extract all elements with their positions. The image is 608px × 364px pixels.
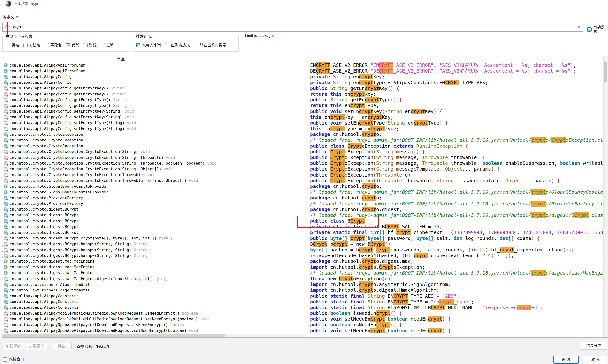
checkbox-icon[interactable] xyxy=(101,43,105,48)
result-row[interactable]: mcom.alipay.api.AlipayConfig.setEncryptK… xyxy=(2,108,306,114)
code-line[interactable]: public class BCrypt { xyxy=(307,218,604,224)
result-row[interactable]: Icn.hutool.crypto.digest.mac.MacEngine xyxy=(2,270,306,276)
checkbox-icon[interactable] xyxy=(194,43,198,48)
checkbox-icon[interactable] xyxy=(66,43,70,48)
checkbox-icon[interactable] xyxy=(165,43,169,48)
code-line[interactable]: throw new CryptoException(e); xyxy=(307,276,604,282)
result-row[interactable]: mcom.alipay.api.AlipayConfig.setEncryptT… xyxy=(2,120,306,126)
checkbox-icon[interactable] xyxy=(83,43,88,48)
package-limit-input[interactable] xyxy=(244,41,346,48)
vertical-scrollbar-thumb[interactable] xyxy=(604,63,607,82)
search-in-checkbox[interactable]: 资源 xyxy=(83,43,97,48)
checkbox-icon[interactable] xyxy=(23,43,28,48)
results-list[interactable]: Ecom.alipay.api.AlipayApiErrorEnumEcom.a… xyxy=(2,62,306,334)
result-row[interactable]: mcom.alipay.api.AlipayConfig.setEncryptT… xyxy=(2,126,306,131)
code-line[interactable]: return this.encryptKey; xyxy=(307,91,604,97)
result-row[interactable]: mcom.alipay.api.AlipayConfig.getEncryptT… xyxy=(2,97,306,103)
code-line[interactable]: package cn.hutool.crypto.digest; xyxy=(307,207,604,212)
result-row[interactable]: mcn.hutool.crypto.digest.BCrypt.hashpw(S… xyxy=(2,253,306,258)
cancel-button[interactable]: 取消 xyxy=(583,356,607,364)
checkbox-icon[interactable] xyxy=(6,43,10,48)
code-line[interactable]: /* loaded from: ruoyi-admin.jar:BOOT-INF… xyxy=(307,270,604,276)
close-icon[interactable]: × xyxy=(0,0,15,8)
result-row[interactable]: mcn.hutool.crypto.digest.BCrypt.hashpw(S… xyxy=(2,241,306,247)
result-row[interactable]: mcn.hutool.crypto.CryptoException.Crypto… xyxy=(2,166,306,172)
result-row[interactable]: mcom.alipay.api.AlipayConfig.getEncryptK… xyxy=(2,85,306,91)
search-in-checkbox[interactable]: 代码 xyxy=(66,43,79,48)
code-line[interactable]: DECRYPT_ASE_V2_ERROR("DECRYPT_ASE_V2_ERR… xyxy=(307,68,604,74)
auto-search-checkbox[interactable]: 自动搜索 xyxy=(587,25,608,35)
result-row[interactable]: Icn.hutool.crypto.digest.mac.MacEngine xyxy=(2,264,306,270)
result-row[interactable]: Ccn.hutool.crypto.digest.BCrypt xyxy=(2,224,306,230)
search-in-checkbox[interactable]: 方法名 xyxy=(23,43,40,48)
vertical-scrollbar[interactable] xyxy=(604,56,608,337)
horizontal-scrollbar[interactable] xyxy=(2,334,306,338)
result-row[interactable]: mcom.alipay.api.AlipayOpenAppAlipaycertD… xyxy=(2,322,306,327)
results-header[interactable]: 节点 xyxy=(2,56,604,63)
code-line[interactable]: rs.append(encode_base64(hashed, (bf_cryp… xyxy=(307,253,604,258)
code-line[interactable]: BCrypt bcrypt = new BCrypt(); xyxy=(307,241,604,247)
result-row[interactable]: Ecom.alipay.api.AlipayApiErrorEnum xyxy=(2,68,306,74)
keep-window-checkbox[interactable]: 保持窗口 xyxy=(3,357,24,362)
checkbox-icon[interactable] xyxy=(136,43,141,48)
result-row[interactable]: Ccn.hutool.crypto.digest.BCrypt xyxy=(2,218,306,224)
result-row[interactable]: Ccom.alipay.api.AlipayConstants xyxy=(2,293,306,299)
search-in-checkbox[interactable]: 字段名 xyxy=(45,43,62,48)
search-in-checkbox[interactable]: 注释 xyxy=(101,43,114,48)
clear-search-icon[interactable]: × xyxy=(578,24,580,30)
code-line[interactable]: public CryptoException(String messageTem… xyxy=(307,166,604,172)
result-row[interactable]: Ccom.alipay.api.AlipayConstants xyxy=(2,299,306,305)
result-row[interactable]: mcn.hutool.crypto.CryptoException.Crypto… xyxy=(2,149,306,155)
code-line[interactable]: package cn.hutool.crypto.digest.mac; xyxy=(307,258,604,264)
code-line[interactable]: private String encryptType = AlipayConst… xyxy=(307,80,604,85)
sort-results-button[interactable]: 结果分类 xyxy=(580,342,607,350)
search-box[interactable]: × xyxy=(2,23,583,32)
result-row[interactable]: mcom.alipay.api.AlipayOpenAppAlipaycertD… xyxy=(2,328,306,334)
result-row[interactable]: Ccn.hutool.jwt.signers.AlgorithmUtil xyxy=(2,287,306,293)
result-row[interactable]: mcn.hutool.crypto.CryptoException.Crypto… xyxy=(2,178,306,183)
result-row[interactable]: Ccom.alipay.api.AlipayConfig xyxy=(2,74,306,79)
result-row[interactable]: mcn.hutool.crypto.digest.mac.MacEngine.d… xyxy=(2,276,306,282)
load-more-button[interactable]: 加载更多 xyxy=(26,342,47,350)
result-row[interactable]: Ecn.hutool.crypto.GlobalBouncyCastleProv… xyxy=(2,183,306,189)
code-line[interactable]: public static final String ENCRYPT_TYPE … xyxy=(307,299,604,305)
code-preview[interactable]: ENCRYPT_ASE_V2_ERROR("ENCRYPT_ASE_V2_ERR… xyxy=(307,62,604,337)
code-line[interactable]: /* loaded from: ruoyi-admin.jar:BOOT-INF… xyxy=(307,212,604,218)
code-line[interactable]: public boolean isNeedEncrypt() { xyxy=(307,322,604,327)
code-line[interactable]: public void setNeedEncrypt(boolean needE… xyxy=(307,328,604,334)
result-row[interactable]: Ccn.hutool.crypto.CryptoException xyxy=(2,143,306,149)
checkbox-icon[interactable] xyxy=(3,357,7,362)
result-row[interactable]: mcn.hutool.crypto.digest.BCrypt.crypt(by… xyxy=(2,235,306,241)
node-column-header[interactable]: 节点 xyxy=(117,57,125,62)
result-row[interactable]: mcom.alipay.api.AlipayConfig.getEncryptK… xyxy=(2,91,306,97)
search-option-checkbox[interactable]: 正则表达式 xyxy=(165,43,190,48)
checkbox-icon[interactable] xyxy=(587,27,592,32)
result-row[interactable]: mcom.alipay.api.AlipayConfig.setEncryptK… xyxy=(2,114,306,120)
stop-button[interactable]: 停止 xyxy=(52,342,72,350)
result-row[interactable]: Ccn.hutool.crypto.ProviderFactory xyxy=(2,201,306,207)
code-line[interactable]: package cn.hutool.crypto; xyxy=(307,131,604,137)
code-line[interactable]: import cn.hutool.crypto.digest.HmacAlgor… xyxy=(307,287,604,293)
result-row[interactable]: Ccn.hutool.crypto.digest.BCrypt xyxy=(2,207,306,212)
result-row[interactable]: mcn.hutool.crypto.digest.BCrypt.hashpw(S… xyxy=(2,247,306,253)
code-line[interactable]: import cn.hutool.crypto.asymmetric.SignA… xyxy=(307,282,604,287)
code-line[interactable]: public String getEncryptType() { xyxy=(307,97,604,103)
code-line[interactable]: public CryptoException(String message, T… xyxy=(307,160,604,166)
horizontal-scrollbar-thumb[interactable] xyxy=(2,334,225,337)
code-line[interactable]: /* loaded from: ruoyi-admin.jar:BOOT-INF… xyxy=(307,189,604,195)
result-row[interactable]: Ccom.alipay.api.AlipayConfig xyxy=(2,80,306,85)
result-row[interactable]: Ecn.hutool.crypto.GlobalBouncyCastleProv… xyxy=(2,189,306,195)
code-line[interactable]: public byte[] crypt(byte[] password, byt… xyxy=(307,235,604,241)
code-line[interactable]: this.encryptType = encryptType; xyxy=(307,126,604,131)
search-option-checkbox[interactable]: 只在当前页搜索 xyxy=(194,43,226,48)
code-line[interactable]: /* loaded from: ruoyi-admin.jar:BOOT-INF… xyxy=(307,201,604,207)
code-line[interactable]: byte[] hashed = bcrypt.crypt(passwordb, … xyxy=(307,247,604,253)
result-row[interactable]: Ccn.hutool.crypto.digest.BCrypt xyxy=(2,212,306,218)
code-line[interactable]: private static final int[] bf_crypt_ciph… xyxy=(307,230,604,235)
result-row[interactable]: mcom.alipay.api.AlipayConfig.getEncryptT… xyxy=(2,103,306,108)
code-line[interactable]: public CryptoException(String message, T… xyxy=(307,155,604,160)
result-row[interactable]: Ccom.alipay.api.AlipayConstants xyxy=(2,305,306,310)
goto-button[interactable]: 转到 xyxy=(553,356,579,364)
code-line[interactable]: public CryptoException(Throwable throwab… xyxy=(307,178,604,183)
result-row[interactable]: Ccn.hutool.crypto.ProviderFactory xyxy=(2,195,306,201)
